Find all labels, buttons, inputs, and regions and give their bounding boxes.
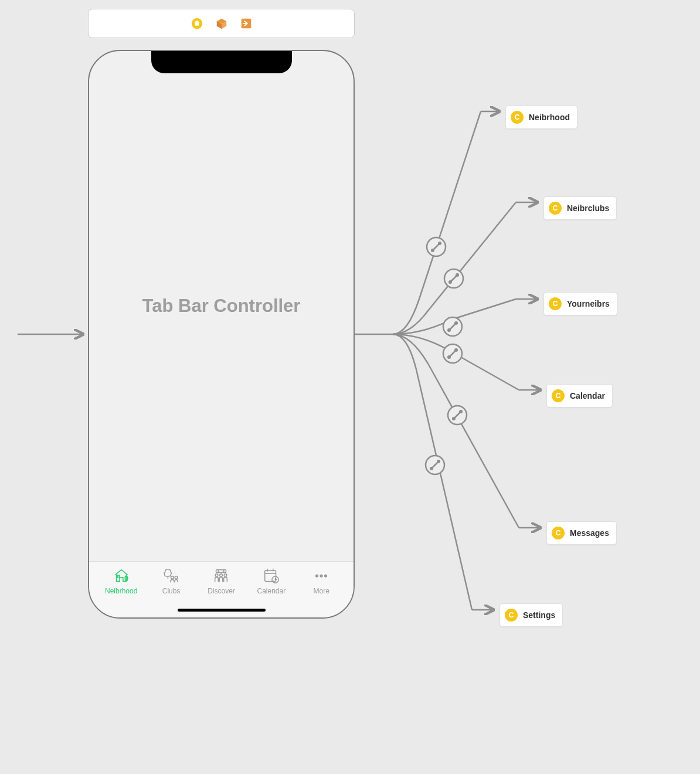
svg-line-25 [448, 349, 457, 358]
svg-point-26 [447, 355, 451, 359]
svg-line-30 [453, 410, 462, 420]
house-icon [112, 566, 131, 585]
scene-title: Tab Bar Controller [142, 296, 301, 317]
tab-item-calendar[interactable]: Calendar [248, 566, 295, 595]
svg-point-22 [454, 321, 458, 325]
tab-item-more[interactable]: More [298, 566, 345, 595]
svg-point-36 [430, 467, 433, 470]
svg-point-24 [443, 344, 462, 363]
svg-point-19 [443, 317, 462, 336]
ellipsis-icon [312, 566, 331, 585]
svg-point-21 [447, 328, 451, 332]
reference-neibrhood[interactable]: C Neibrhood [505, 106, 577, 129]
svg-point-9 [427, 237, 446, 256]
svg-rect-1 [195, 22, 199, 25]
screen-body: Tab Bar Controller [89, 51, 354, 561]
tab-item-clubs[interactable]: Clubs [148, 566, 195, 595]
svg-point-11 [431, 249, 434, 252]
svg-point-12 [438, 242, 441, 245]
reference-settings[interactable]: C Settings [499, 603, 563, 627]
tab-label: Neibrhood [105, 587, 137, 595]
tab-item-discover[interactable]: Discover [198, 566, 244, 595]
svg-point-32 [459, 410, 463, 413]
storyboard-reference-icon: C [505, 609, 518, 622]
people-group-icon [212, 566, 230, 585]
svg-point-14 [444, 269, 463, 288]
svg-point-34 [426, 456, 444, 474]
svg-point-46 [220, 574, 223, 577]
tree-people-icon [162, 566, 181, 585]
svg-point-47 [225, 574, 227, 577]
svg-point-41 [175, 576, 178, 579]
reference-label: Calendar [570, 391, 605, 400]
exit-box-icon[interactable] [240, 17, 253, 30]
svg-rect-48 [265, 571, 276, 582]
reference-label: Messages [570, 528, 609, 538]
reference-yourneibrs[interactable]: C Yourneibrs [543, 292, 617, 315]
svg-point-31 [452, 417, 456, 420]
calendar-clock-icon [262, 566, 281, 585]
scene-box-icon[interactable] [215, 17, 228, 30]
svg-rect-38 [117, 575, 119, 577]
svg-line-15 [449, 274, 458, 283]
reference-calendar[interactable]: C Calendar [546, 384, 613, 408]
svg-point-53 [315, 574, 318, 577]
reference-label: Yourneibrs [567, 299, 610, 308]
svg-point-27 [454, 348, 458, 352]
svg-rect-42 [216, 570, 226, 573]
storyboard-reference-icon: C [552, 527, 565, 539]
svg-point-17 [456, 273, 459, 277]
home-indicator [178, 609, 266, 612]
storyboard-reference-icon: C [511, 111, 524, 124]
storyboard-reference-icon: C [549, 297, 562, 310]
svg-line-20 [448, 322, 457, 331]
reference-messages[interactable]: C Messages [546, 521, 617, 545]
scene-toolbar [88, 9, 355, 38]
svg-point-37 [437, 460, 440, 463]
reference-label: Settings [523, 610, 555, 620]
reference-neibrclubs[interactable]: C Neibrclubs [543, 196, 617, 220]
tab-item-neibrhood[interactable]: Neibrhood [98, 566, 145, 595]
svg-point-40 [171, 576, 174, 579]
tab-label: Clubs [162, 587, 181, 595]
svg-point-29 [448, 406, 467, 425]
storyboard-reference-icon: C [552, 389, 565, 402]
tab-label: More [314, 587, 329, 595]
svg-line-35 [430, 460, 440, 470]
storyboard-reference-icon: C [549, 202, 562, 215]
reference-label: Neibrclubs [567, 203, 609, 213]
tab-label: Discover [208, 587, 235, 595]
tab-label: Calendar [257, 587, 286, 595]
svg-point-45 [216, 574, 219, 577]
storyboard-badge-icon[interactable] [191, 17, 203, 30]
svg-point-54 [320, 574, 323, 577]
tab-bar: Neibrhood Clubs [89, 561, 354, 617]
svg-line-10 [431, 242, 441, 252]
reference-label: Neibrhood [529, 113, 570, 122]
svg-point-16 [448, 280, 452, 284]
tab-bar-controller-scene[interactable]: Tab Bar Controller Neibrhood [88, 50, 355, 619]
svg-point-55 [324, 574, 327, 577]
